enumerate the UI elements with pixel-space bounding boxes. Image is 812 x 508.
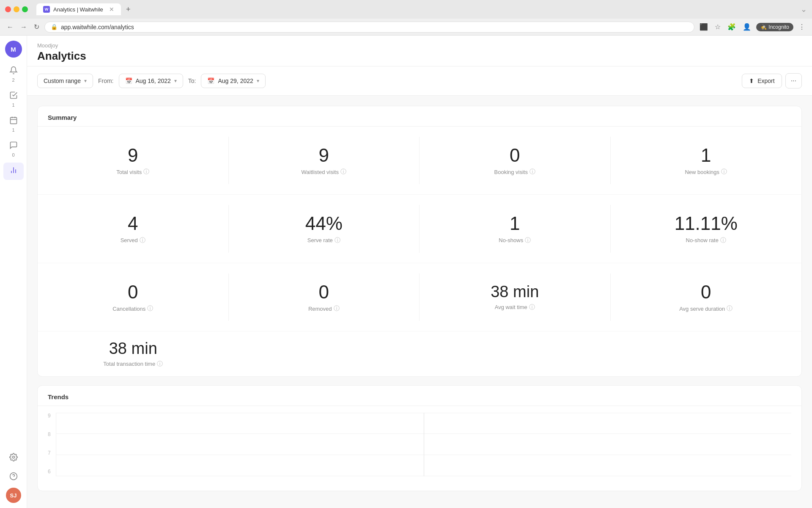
url-text: app.waitwhile.com/analytics (61, 24, 134, 30)
trends-chart: 9 8 7 6 (38, 406, 801, 491)
back-button[interactable]: ← (5, 22, 15, 33)
sidebar-item-messages[interactable]: 0 (3, 138, 24, 161)
minimize-window-button[interactable] (14, 6, 19, 12)
analytics-icon (9, 166, 18, 177)
no-shows-info-icon[interactable]: ⓘ (525, 237, 531, 244)
user-avatar[interactable]: SJ (6, 488, 21, 503)
range-select-arrow-icon: ▾ (84, 78, 87, 84)
summary-row-3: 0 Cancellations ⓘ 0 Removed ⓘ 38 min (38, 263, 801, 331)
more-actions-button[interactable]: ··· (785, 73, 802, 88)
sidebar-item-calendar[interactable]: 1 (3, 113, 24, 136)
no-show-rate-value: 11.11% (675, 213, 738, 234)
sidebar-item-tasks[interactable]: 1 (3, 88, 24, 111)
range-select-label: Custom range (44, 77, 81, 84)
svg-point-7 (12, 456, 14, 458)
tab-favicon: W (43, 6, 50, 13)
browser-tab[interactable]: W Analytics | Waitwhile ✕ (36, 3, 121, 15)
avg-serve-duration-info-icon[interactable]: ⓘ (727, 305, 732, 312)
sidebar-item-settings[interactable] (3, 450, 24, 467)
chart-y-label-6: 6 (48, 469, 51, 475)
booking-visits-info-icon[interactable]: ⓘ (529, 168, 535, 176)
sidebar-item-notifications[interactable]: 2 (3, 63, 24, 86)
summary-cell-total-visits: 9 Total visits ⓘ (38, 137, 229, 184)
forward-button[interactable]: → (19, 22, 29, 33)
extensions-icon[interactable]: 🧩 (726, 21, 738, 33)
summary-cell-cancellations: 0 Cancellations ⓘ (38, 273, 229, 321)
main-content: Moodjoy Analytics Custom range ▾ From: 📅… (27, 36, 812, 508)
more-options-button[interactable]: ⋮ (797, 21, 807, 33)
cancellations-label: Cancellations ⓘ (112, 305, 153, 312)
no-shows-value: 1 (510, 213, 520, 234)
removed-label: Removed ⓘ (308, 305, 340, 312)
sidebar-item-help[interactable] (3, 469, 24, 486)
browser-chrome: W Analytics | Waitwhile ✕ + ⌄ ← → ↻ 🔒 ap… (0, 0, 812, 36)
new-bookings-info-icon[interactable]: ⓘ (721, 168, 727, 176)
booking-visits-value: 0 (510, 145, 520, 166)
summary-cell-waitlisted-visits: 9 Waitlisted visits ⓘ (229, 137, 420, 184)
from-date-picker[interactable]: 📅 Aug 16, 2022 ▾ (119, 74, 183, 88)
total-visits-info-icon[interactable]: ⓘ (143, 168, 149, 176)
waitlisted-visits-value: 9 (319, 145, 329, 166)
new-tab-button[interactable]: + (126, 5, 131, 14)
summary-card: Summary 9 Total visits ⓘ 9 Waitlisted vi… (37, 106, 802, 377)
avg-serve-duration-label: Avg serve duration ⓘ (679, 305, 732, 312)
summary-cell-total-transaction-time: 38 min Total transaction time ⓘ (38, 331, 229, 376)
settings-icon (9, 453, 18, 464)
bell-icon (9, 66, 18, 77)
maximize-window-button[interactable] (22, 6, 28, 12)
cancellations-info-icon[interactable]: ⓘ (147, 305, 153, 312)
serve-rate-info-icon[interactable]: ⓘ (335, 237, 340, 244)
avg-wait-time-info-icon[interactable]: ⓘ (529, 304, 535, 311)
page-header: Moodjoy Analytics (27, 36, 812, 66)
to-label: To: (188, 77, 196, 84)
org-avatar[interactable]: M (5, 41, 22, 58)
custom-range-select[interactable]: Custom range ▾ (37, 74, 93, 88)
to-date-picker[interactable]: 📅 Aug 29, 2022 ▾ (201, 74, 265, 88)
tasks-badge: 1 (12, 102, 14, 108)
incognito-badge: 🕵 Incognito (756, 23, 793, 31)
messages-icon (9, 141, 18, 152)
no-show-rate-info-icon[interactable]: ⓘ (720, 237, 726, 244)
help-icon (9, 472, 18, 483)
sidebar-item-analytics[interactable] (3, 163, 24, 180)
messages-badge: 0 (12, 152, 14, 157)
new-bookings-label: New bookings ⓘ (685, 168, 727, 176)
close-window-button[interactable] (5, 6, 11, 12)
summary-row-2: 4 Served ⓘ 44% Serve rate ⓘ 1 (38, 194, 801, 262)
profile-icon[interactable]: 👤 (741, 21, 753, 33)
svg-rect-0 (10, 117, 16, 124)
address-bar[interactable]: 🔒 app.waitwhile.com/analytics (44, 22, 694, 33)
removed-value: 0 (319, 282, 329, 302)
summary-row-4: 38 min Total transaction time ⓘ (38, 331, 801, 376)
booking-visits-label: Booking visits ⓘ (494, 168, 535, 176)
summary-cell-avg-wait-time: 38 min Avg wait time ⓘ (420, 273, 611, 321)
total-visits-label: Total visits ⓘ (116, 168, 149, 176)
incognito-label: Incognito (768, 24, 789, 30)
waitlisted-visits-label: Waitlisted visits ⓘ (302, 168, 346, 176)
export-icon: ⬆ (749, 77, 754, 84)
bookmark-icon[interactable]: ☆ (713, 21, 722, 33)
tab-title: Analytics | Waitwhile (53, 6, 103, 13)
summary-cell-avg-serve-duration: 0 Avg serve duration ⓘ (611, 273, 802, 321)
tab-close-button[interactable]: ✕ (109, 6, 114, 13)
summary-cell-new-bookings: 1 New bookings ⓘ (611, 137, 802, 184)
removed-info-icon[interactable]: ⓘ (334, 305, 340, 312)
summary-cell-removed: 0 Removed ⓘ (229, 273, 420, 321)
export-button[interactable]: ⬆ Export (742, 74, 782, 88)
from-date-arrow-icon: ▾ (174, 78, 177, 84)
cast-icon[interactable]: ⬛ (698, 21, 710, 33)
from-label: From: (98, 77, 114, 84)
tab-list-button[interactable]: ⌄ (801, 5, 807, 14)
total-transaction-time-info-icon[interactable]: ⓘ (157, 360, 163, 368)
reload-button[interactable]: ↻ (32, 21, 41, 33)
chart-y-label-8: 8 (48, 431, 51, 437)
calendar-badge: 1 (12, 127, 14, 133)
no-shows-label: No-shows ⓘ (499, 237, 531, 244)
notifications-badge: 2 (12, 77, 14, 83)
served-label: Served ⓘ (121, 237, 145, 244)
trends-title: Trends (38, 386, 801, 406)
waitlisted-visits-info-icon[interactable]: ⓘ (340, 168, 346, 176)
served-info-icon[interactable]: ⓘ (140, 237, 145, 244)
breadcrumb: Moodjoy (37, 42, 802, 49)
total-transaction-time-label: Total transaction time ⓘ (103, 360, 163, 368)
